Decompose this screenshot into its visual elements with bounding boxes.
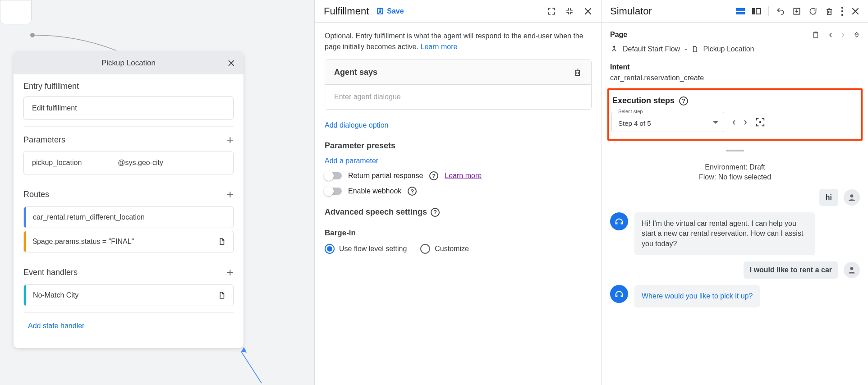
edit-fulfillment-row[interactable]: Edit fulfillment (23, 96, 234, 120)
svg-point-5 (759, 121, 761, 123)
next-page-icon[interactable]: › (841, 29, 845, 41)
step-select-value: Step 4 of 5 (618, 119, 651, 127)
advanced-speech-label: Advanced speech settings (325, 207, 427, 217)
route-row-intent[interactable]: car_rental.return_different_location (23, 206, 234, 228)
add-event-icon[interactable]: + (227, 266, 234, 278)
add-state-handler-link[interactable]: Add state handler (18, 313, 239, 330)
step-select[interactable]: Select step Step 4 of 5 (611, 112, 724, 132)
start-node[interactable] (0, 0, 32, 24)
user-avatar (844, 262, 860, 278)
barge-flow-radio[interactable]: Use flow level setting (325, 244, 407, 254)
enable-webhook-toggle[interactable] (325, 188, 342, 195)
svg-point-4 (613, 46, 615, 48)
agent-says-label: Agent says (334, 68, 377, 77)
simulator-panel: Simulator Pag (602, 0, 868, 385)
enable-webhook-label: Enable webhook (348, 187, 401, 195)
flow-canvas[interactable]: Pickup Location Entry fulfillment Edit f… (0, 0, 314, 385)
chevron-down-icon (713, 121, 718, 124)
resize-handle[interactable] (610, 150, 860, 151)
reset-icon[interactable] (808, 7, 817, 16)
chat-transcript: Environment: Draft Flow: No flow selecte… (602, 158, 868, 316)
bot-message[interactable]: Where would you like to pick it up? (634, 285, 760, 307)
intent-label: Intent (610, 63, 860, 71)
breadcrumb-page[interactable]: Pickup Location (703, 45, 754, 53)
flow-icon (610, 45, 618, 53)
simulator-title: Simulator (610, 5, 652, 17)
view-mode-b-icon[interactable] (752, 8, 761, 14)
svg-point-6 (850, 194, 854, 197)
svg-point-0 (30, 33, 35, 37)
page-card: Pickup Location Entry fulfillment Edit f… (14, 52, 243, 348)
add-parameter-link[interactable]: Add a parameter (325, 157, 378, 165)
prev-step-icon[interactable]: ‹ (732, 116, 735, 128)
collapse-icon[interactable] (565, 7, 574, 15)
page-icon (218, 238, 226, 246)
save-icon (376, 7, 384, 15)
add-route-icon[interactable]: + (227, 188, 234, 200)
fulfillment-panel: Fulfillment Save Optional. Entry fulfill… (314, 0, 602, 385)
event-name: No-Match City (33, 291, 78, 299)
partial-response-label: Return partial response (348, 172, 423, 180)
parameter-presets-label: Parameter presets (325, 141, 592, 151)
parameter-row[interactable]: pickup_location @sys.geo-city (23, 151, 234, 174)
barge-custom-radio[interactable]: Customize (420, 244, 469, 254)
svg-point-3 (841, 14, 843, 15)
help-icon[interactable]: ? (431, 208, 440, 217)
more-icon[interactable] (841, 6, 844, 16)
route-row-condition[interactable]: $page.params.status = "FINAL" (23, 231, 234, 252)
execution-steps-highlight: Execution steps ? Select step Step 4 of … (607, 88, 863, 141)
route-cond-text: $page.params.status = "FINAL" (33, 238, 134, 246)
close-icon[interactable] (227, 59, 236, 68)
routes-label: Routes (23, 190, 49, 199)
param-entity: @sys.geo-city (118, 159, 163, 167)
page-icon (691, 45, 698, 53)
fulfillment-description: Optional. Entry fulfillment is what the … (325, 31, 592, 52)
user-message: I would like to rent a car (744, 261, 838, 279)
barge-in-label: Barge-in (325, 229, 592, 238)
close-simulator-icon[interactable] (851, 7, 860, 16)
agent-dialogue-input[interactable] (325, 85, 591, 109)
event-row[interactable]: No-Match City (23, 284, 234, 306)
save-conversation-icon[interactable] (792, 7, 801, 16)
view-mode-a-icon[interactable] (736, 8, 745, 14)
partial-response-toggle[interactable] (325, 172, 342, 179)
help-icon[interactable]: ? (408, 187, 417, 196)
divider (768, 6, 769, 16)
user-message: hi (819, 189, 838, 206)
intent-value: car_rental.reservation_create (610, 74, 860, 82)
learn-more-link[interactable]: Learn more (421, 43, 458, 50)
focus-step-icon[interactable] (755, 117, 765, 127)
parameters-label: Parameters (23, 135, 65, 145)
delete-icon[interactable] (573, 67, 582, 77)
expand-icon[interactable] (547, 7, 556, 15)
trash-icon[interactable] (825, 6, 834, 16)
add-dialogue-link[interactable]: Add dialogue option (325, 121, 388, 129)
save-button[interactable]: Save (376, 7, 404, 15)
breadcrumb: Default Start Flow - Pickup Location (610, 45, 860, 53)
entry-fulfillment-label: Entry fulfillment (18, 74, 239, 95)
simulator-header: Simulator (602, 0, 868, 23)
collapse-sim-icon[interactable] (854, 29, 860, 41)
user-avatar (844, 189, 860, 206)
next-step-icon[interactable]: › (744, 116, 747, 128)
env-line-1: Environment: Draft (610, 162, 860, 172)
add-parameter-icon[interactable]: + (227, 134, 234, 146)
prev-page-icon[interactable]: ‹ (829, 29, 832, 41)
breadcrumb-flow[interactable]: Default Start Flow (623, 45, 680, 53)
help-icon[interactable]: ? (679, 96, 688, 105)
clipboard-icon[interactable] (812, 29, 820, 41)
save-label: Save (387, 7, 404, 15)
help-icon[interactable]: ? (429, 171, 438, 180)
close-panel-icon[interactable] (583, 7, 592, 16)
page-label: Page (610, 31, 627, 39)
agent-says-box: Agent says (325, 60, 592, 110)
fulfillment-title: Fulfillment (324, 5, 369, 17)
undo-icon[interactable] (776, 7, 785, 16)
page-card-header: Pickup Location (14, 52, 243, 74)
route-intent-text: car_rental.return_different_location (33, 213, 145, 221)
edit-fulfillment-text: Edit fulfillment (32, 104, 77, 112)
fulfillment-header: Fulfillment Save (315, 0, 602, 23)
param-name: pickup_location (32, 159, 82, 167)
learn-more-partial-link[interactable]: Learn more (445, 172, 482, 180)
svg-point-1 (841, 6, 843, 8)
